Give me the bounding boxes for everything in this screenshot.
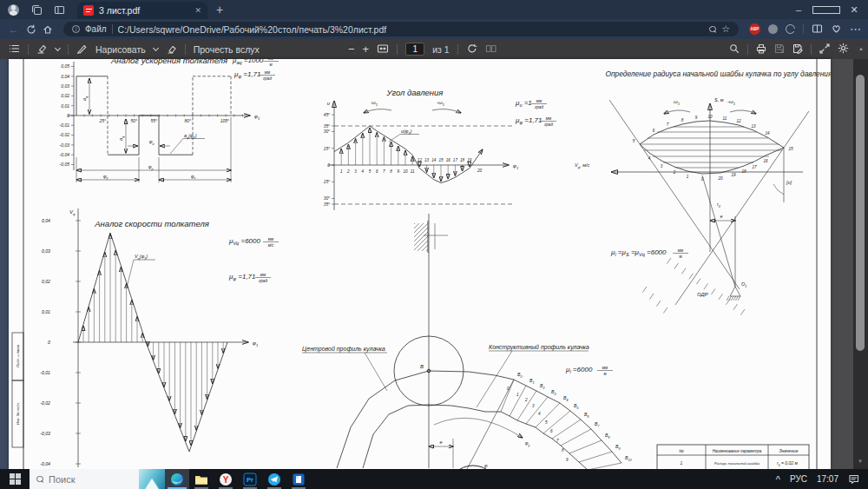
svg-text:υ: υ: [327, 101, 331, 106]
svg-text:φ1: φ1: [254, 114, 260, 121]
browser-essentials-icon[interactable]: [831, 22, 842, 37]
read-aloud-button[interactable]: Прочесть вслух: [194, 44, 260, 55]
profile-avatar-icon[interactable]: [8, 4, 19, 16]
svg-text:50°: 50°: [130, 118, 137, 123]
zoom-out-button[interactable]: −: [348, 43, 355, 56]
svg-text:Vφ, м/с: Vφ, м/с: [575, 162, 590, 169]
window-close-button[interactable]: ✕: [840, 0, 868, 19]
scrollbar-up-icon[interactable]: ▲: [858, 46, 864, 51]
url-scheme-label: Файл: [85, 24, 107, 34]
browser-tab[interactable]: 3 лист.pdf ✕: [77, 2, 207, 19]
window-maximize-button[interactable]: [812, 0, 840, 19]
url-divider: [112, 24, 113, 34]
highlighter-icon[interactable]: [36, 43, 48, 56]
scale-formula: μl =μS =μVq =6000ммм: [610, 248, 688, 259]
print-icon[interactable]: [756, 43, 766, 56]
svg-text:12: 12: [736, 119, 741, 123]
url-field[interactable]: i Файл C:/Users/sqwre/OneDrive/Рабочий%2…: [63, 22, 739, 36]
svg-text:11: 11: [411, 169, 415, 174]
settings-gear-icon[interactable]: [838, 43, 849, 56]
fullscreen-icon[interactable]: [819, 43, 830, 56]
svg-text:-0,01: -0,01: [60, 122, 70, 128]
language-indicator[interactable]: РУС: [790, 474, 807, 484]
svg-text:мм: мм: [260, 273, 266, 277]
tab-actions-icon[interactable]: [48, 4, 70, 16]
new-tab-button[interactable]: +: [216, 3, 223, 17]
search-page-icon[interactable]: [709, 26, 716, 33]
eraser-icon[interactable]: [166, 43, 177, 56]
svg-text:2: 2: [524, 398, 528, 402]
search-document-icon[interactable]: [729, 43, 740, 56]
svg-text:18: 18: [741, 169, 746, 174]
svg-text:0,02: 0,02: [42, 279, 50, 284]
tray-expand-icon[interactable]: ^: [776, 474, 780, 485]
svg-text:-0,03: -0,03: [40, 431, 50, 436]
svg-text:105°: 105°: [220, 118, 229, 123]
taskbar-premiere-icon[interactable]: Pr: [238, 469, 262, 489]
svg-text:Определение радиуса начальной: Определение радиуса начальной шайбы кула…: [606, 69, 832, 78]
back-icon[interactable]: ←: [7, 23, 21, 36]
svg-text:-ω1: -ω1: [727, 99, 735, 106]
extension-icon[interactable]: [768, 24, 778, 34]
taskbar-edge-icon[interactable]: [165, 469, 189, 489]
draw-pen-icon[interactable]: [76, 43, 88, 56]
draw-button[interactable]: Нарисовать: [95, 44, 146, 55]
svg-text:Vq(φ1): Vq(φ1): [135, 254, 148, 261]
svg-text:-0,02: -0,02: [60, 132, 70, 137]
toolbar-divider: [28, 44, 29, 55]
svg-text:0,01: 0,01: [42, 309, 50, 314]
svg-text:φ1: φ1: [513, 163, 518, 170]
svg-text:11: 11: [723, 116, 727, 121]
svg-text:Pr: Pr: [247, 476, 253, 484]
save-as-icon[interactable]: [792, 43, 803, 56]
page-number-input[interactable]: [405, 43, 424, 56]
taskbar-search-input[interactable]: [49, 474, 118, 485]
favorite-star-icon[interactable]: ☆: [721, 23, 730, 35]
taskbar-explorer-icon[interactable]: [189, 469, 214, 489]
toc-icon[interactable]: [9, 43, 20, 56]
scrollbar-thumb[interactable]: [856, 75, 865, 351]
taskbar-yandex-icon[interactable]: Y: [214, 469, 238, 489]
search-highlight-art[interactable]: [139, 469, 165, 489]
svg-text:e: e: [720, 214, 722, 219]
svg-text:0: 0: [67, 113, 69, 118]
svg-text:aq: aq: [82, 96, 89, 101]
svg-text:9: 9: [566, 458, 569, 462]
svg-text:10: 10: [403, 169, 408, 174]
rotate-icon[interactable]: [466, 43, 477, 56]
svg-text:6: 6: [376, 169, 378, 174]
svg-text:5: 5: [545, 420, 548, 425]
notification-icon[interactable]: [848, 473, 859, 486]
window-minimize-button[interactable]: –: [785, 0, 812, 19]
svg-text:-0,01: -0,01: [40, 370, 50, 375]
taskbar-search[interactable]: [30, 469, 165, 489]
svg-text:5: 5: [369, 169, 372, 174]
svg-text:3: 3: [532, 404, 535, 408]
svg-text:S, м: S, м: [714, 97, 724, 102]
adblock-extension-icon[interactable]: ABP: [749, 23, 760, 35]
chevron-down-icon[interactable]: [153, 44, 159, 50]
more-menu-icon[interactable]: ⋯: [850, 23, 861, 36]
refresh-icon[interactable]: [24, 24, 38, 35]
taskbar-app-icon[interactable]: [286, 469, 311, 489]
svg-text:град: град: [544, 122, 553, 127]
split-screen-icon[interactable]: [812, 22, 823, 37]
chevron-down-icon[interactable]: [55, 44, 61, 50]
svg-text:μl =μS =μVq =6000: μl =μS =μVq =6000: [610, 248, 667, 257]
tab-close-icon[interactable]: ✕: [194, 6, 201, 15]
clock[interactable]: 17:07: [817, 474, 838, 484]
fit-to-width-icon[interactable]: [377, 43, 389, 56]
svg-text:Аналог ускорения толкателя: Аналог ускорения толкателя: [110, 59, 227, 65]
zoom-in-button[interactable]: +: [363, 43, 370, 56]
home-icon[interactable]: [41, 24, 55, 35]
page-info-icon[interactable]: i: [72, 25, 80, 33]
scale-formula: μl =6000ммм: [565, 366, 613, 376]
workspaces-icon[interactable]: [25, 4, 48, 16]
page-view-icon: [485, 43, 497, 56]
taskbar-telegram-icon[interactable]: [262, 469, 286, 489]
svg-text:13: 13: [424, 158, 430, 162]
scrollbar-down-icon[interactable]: ▼: [858, 459, 863, 464]
svg-text:μφ =1,71: μφ =1,71: [233, 70, 261, 79]
start-button[interactable]: [0, 469, 30, 489]
extension-icon-2[interactable]: [786, 24, 795, 34]
